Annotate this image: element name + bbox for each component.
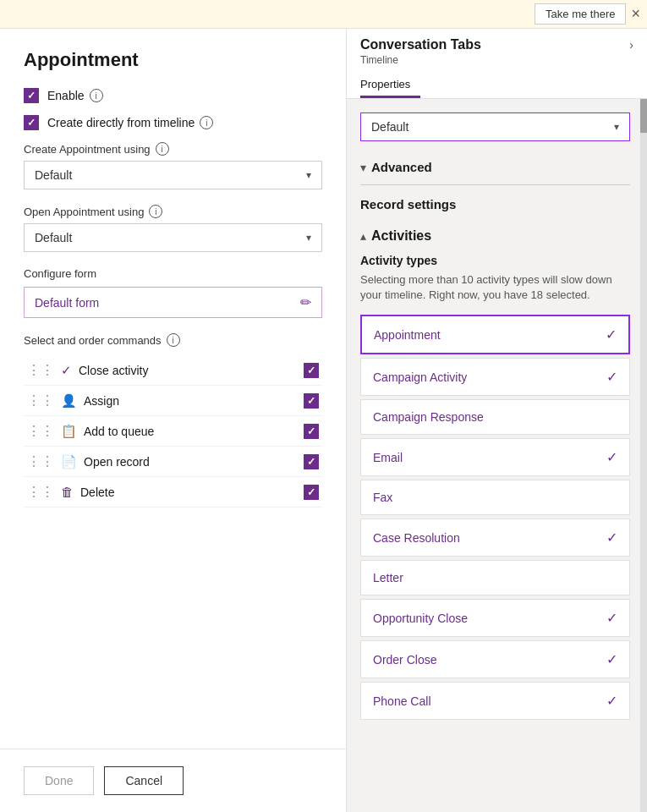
enable-label: Enable	[47, 89, 85, 102]
scrollbar-thumb[interactable]	[640, 99, 647, 133]
command-checkbox[interactable]	[304, 485, 319, 500]
activity-item[interactable]: Campaign Activity ✓	[360, 358, 630, 396]
create-directly-info-icon[interactable]: i	[200, 116, 213, 129]
activity-check-icon: ✓	[606, 529, 617, 546]
activity-item-text: Campaign Activity	[373, 370, 467, 384]
default-form-text: Default form	[35, 296, 99, 310]
activity-item[interactable]: Opportunity Close ✓	[360, 599, 630, 637]
close-activity-icon: ✓	[61, 363, 72, 378]
create-using-dropdown[interactable]: Default ▾	[24, 161, 322, 189]
main-area: Appointment Enable i Create directly fro…	[0, 29, 647, 812]
drag-handle[interactable]: ⋮⋮	[27, 362, 54, 378]
advanced-chevron-icon: ▾	[360, 161, 366, 174]
activity-item[interactable]: Phone Call ✓	[360, 682, 630, 720]
activity-item-text: Case Resolution	[373, 531, 460, 545]
right-panel: Conversation Tabs › Timeline Properties …	[347, 29, 647, 812]
open-using-label: Open Appointment using i	[24, 205, 322, 218]
section-body: Enable i Create directly from timeline i…	[0, 88, 346, 508]
activity-item[interactable]: Case Resolution ✓	[360, 518, 630, 557]
activity-check-icon: ✓	[606, 610, 617, 626]
drag-handle[interactable]: ⋮⋮	[27, 453, 54, 469]
nav-chevron-right[interactable]: ›	[629, 38, 633, 52]
right-content: Default ▾ ▾ Advanced Record settings ▴ A…	[347, 99, 647, 812]
timeline-subtitle: Timeline	[360, 54, 633, 66]
activity-item-text: Fax	[373, 491, 392, 504]
command-checkbox[interactable]	[304, 454, 319, 469]
done-button[interactable]: Done	[24, 766, 94, 795]
open-using-dropdown[interactable]: Default ▾	[24, 223, 322, 252]
command-label: Delete	[80, 486, 304, 499]
activity-item[interactable]: Campaign Response	[360, 399, 630, 435]
pencil-icon[interactable]: ✏	[300, 294, 311, 310]
add-to-queue-icon: 📋	[61, 424, 77, 439]
command-checkbox[interactable]	[304, 424, 319, 439]
panel-title: Appointment	[0, 29, 346, 88]
command-row: ⋮⋮ 👤 Assign	[24, 386, 322, 416]
activity-item[interactable]: Appointment ✓	[360, 315, 630, 354]
enable-info-icon[interactable]: i	[90, 89, 103, 102]
create-using-info-icon[interactable]: i	[156, 142, 169, 156]
drag-handle[interactable]: ⋮⋮	[27, 484, 54, 500]
activity-types-label: Activity types	[360, 254, 630, 267]
cancel-button[interactable]: Cancel	[104, 766, 184, 795]
activity-check-icon: ✓	[606, 326, 617, 343]
activity-item-text: Email	[373, 451, 403, 464]
activity-item[interactable]: Letter	[360, 560, 630, 595]
activity-item-text: Order Close	[373, 653, 436, 667]
scrollbar-track[interactable]	[640, 99, 647, 812]
section-divider	[360, 184, 630, 185]
drag-handle[interactable]: ⋮⋮	[27, 392, 54, 409]
prop-dropdown-chevron: ▾	[614, 121, 619, 133]
activity-check-icon: ✓	[606, 369, 617, 385]
banner-close-button[interactable]: ×	[631, 5, 640, 23]
open-using-info-icon[interactable]: i	[149, 205, 162, 218]
create-directly-row: Create directly from timeline i	[24, 115, 322, 130]
activities-title: Activities	[371, 228, 431, 244]
activity-check-icon: ✓	[606, 693, 617, 709]
advanced-section-header[interactable]: ▾ Advanced	[360, 153, 630, 181]
activity-check-icon: ✓	[606, 651, 617, 667]
activity-item-text: Opportunity Close	[373, 612, 468, 625]
activity-item-text: Phone Call	[373, 694, 431, 708]
enable-checkbox[interactable]	[24, 88, 39, 103]
panel-footer: Done Cancel	[0, 749, 346, 812]
commands-label: Select and order commands i	[24, 333, 322, 347]
create-directly-checkbox[interactable]	[24, 115, 39, 130]
open-using-chevron: ▾	[306, 232, 311, 244]
command-label: Assign	[84, 394, 304, 408]
activity-item[interactable]: Order Close ✓	[360, 640, 630, 678]
record-settings-title: Record settings	[360, 197, 630, 211]
command-row: ⋮⋮ 📄 Open record	[24, 447, 322, 477]
activity-check-icon: ✓	[606, 449, 617, 465]
assign-icon: 👤	[61, 393, 77, 409]
command-label: Open record	[84, 455, 304, 469]
create-using-chevron: ▾	[306, 169, 311, 181]
open-record-icon: 📄	[61, 454, 77, 469]
enable-row: Enable i	[24, 88, 322, 103]
conv-tabs-title: Conversation Tabs	[360, 37, 481, 52]
activity-item[interactable]: Email ✓	[360, 438, 630, 476]
command-checkbox[interactable]	[304, 393, 319, 409]
advanced-label: Advanced	[371, 160, 432, 174]
activities-section-header[interactable]: ▴ Activities	[360, 222, 630, 250]
take-me-there-button[interactable]: Take me there	[535, 3, 626, 25]
conv-tabs-row: Conversation Tabs ›	[360, 37, 633, 52]
activity-item-text: Campaign Response	[373, 410, 484, 424]
form-config-row[interactable]: Default form ✏	[24, 287, 322, 318]
drag-handle[interactable]: ⋮⋮	[27, 423, 54, 439]
commands-info-icon[interactable]: i	[167, 333, 180, 347]
create-using-label: Create Appointment using i	[24, 142, 322, 156]
activities-chevron-icon: ▴	[360, 229, 366, 243]
configure-form-label: Configure form	[24, 267, 322, 280]
command-checkbox[interactable]	[304, 363, 319, 378]
command-row: ⋮⋮ 🗑 Delete	[24, 477, 322, 508]
create-directly-label: Create directly from timeline	[47, 116, 195, 129]
activity-item-text: Letter	[373, 571, 403, 584]
properties-dropdown[interactable]: Default ▾	[360, 112, 630, 141]
properties-tab-item[interactable]: Properties	[360, 73, 420, 98]
activity-types-desc: Selecting more than 10 activity types wi…	[360, 272, 630, 303]
properties-tab: Properties	[360, 73, 633, 98]
create-using-value: Default	[35, 168, 72, 182]
command-row: ⋮⋮ 📋 Add to queue	[24, 416, 322, 447]
activity-item[interactable]: Fax	[360, 480, 630, 515]
